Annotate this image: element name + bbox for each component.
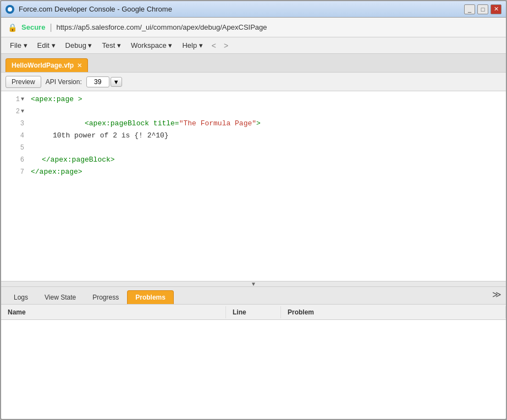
address-bar: 🔒 Secure | https://ap5.salesforce.com/_u… (1, 18, 506, 37)
menu-edit[interactable]: Edit ▾ (33, 39, 60, 52)
editor-toolbar: Preview API Version: 39 ▼ (1, 73, 506, 91)
app-icon (5, 5, 14, 14)
bottom-panel: Logs View State Progress Problems ≫ Name… (1, 287, 506, 419)
code-line-3: 3 (1, 118, 506, 130)
tab-logs[interactable]: Logs (5, 290, 36, 304)
title-bar: Force.com Developer Console - Google Chr… (1, 1, 506, 18)
col-header-line: Line (226, 306, 281, 318)
menu-debug[interactable]: Debug ▾ (61, 39, 97, 52)
close-button[interactable]: ✕ (491, 4, 502, 14)
maximize-button[interactable]: □ (477, 4, 488, 14)
line-num: 6 (20, 154, 24, 166)
line-number-2: 2 ▼ (1, 106, 29, 118)
line-num: 7 (20, 166, 24, 178)
window-title: Force.com Developer Console - Google Chr… (19, 5, 464, 13)
tab-bar: HelloWorldPage.vfp ✕ (1, 54, 506, 73)
nav-forward-button[interactable]: > (221, 40, 232, 51)
line-content-7: </apex:page> (29, 166, 82, 178)
problems-panel: Name Line Problem (1, 305, 506, 419)
line-num: 3 (20, 118, 24, 130)
line-number-1: 1 ▼ (1, 93, 29, 106)
code-editor[interactable]: 1 ▼ <apex:page > 2 ▼ <apex:pageBlock tit… (1, 91, 506, 281)
line-number-7: 7 (1, 166, 29, 178)
minimize-button[interactable]: _ (464, 4, 475, 14)
file-tab-label: HelloWorldPage.vfp (12, 62, 74, 69)
code-line-2: 2 ▼ <apex:pageBlock title="The Formula P… (1, 106, 506, 118)
bottom-tab-bar: Logs View State Progress Problems ≫ (1, 287, 506, 305)
preview-button[interactable]: Preview (5, 76, 41, 88)
line-num: 5 (20, 142, 24, 154)
window-controls: _ □ ✕ (464, 4, 502, 14)
tab-view-state[interactable]: View State (36, 290, 84, 304)
code-line-5: 5 (1, 142, 506, 154)
tab-progress[interactable]: Progress (84, 290, 127, 304)
secure-label: Secure (21, 23, 45, 31)
problems-table-header: Name Line Problem (1, 305, 506, 320)
menu-bar: File ▾ Edit ▾ Debug ▾ Test ▾ Workspace ▾… (1, 37, 506, 54)
menu-help[interactable]: Help ▾ (178, 39, 207, 52)
line-num: 2 (16, 106, 20, 118)
line-content-1: <apex:page > (29, 93, 82, 106)
collapse-arrow-2[interactable]: ▼ (21, 106, 24, 118)
menu-test[interactable]: Test ▾ (98, 39, 125, 52)
col-header-problem: Problem (281, 306, 506, 318)
menu-file[interactable]: File ▾ (5, 39, 32, 52)
tab-problems[interactable]: Problems (127, 290, 174, 304)
api-version-value: 39 (86, 76, 109, 87)
line-content-4: 10th power of 2 is {! 2^10} (29, 130, 169, 142)
api-version-dropdown[interactable]: ▼ (111, 77, 122, 87)
scroll-down-icon: ▼ (251, 281, 256, 287)
col-header-name: Name (1, 306, 226, 318)
api-version-label: API Version: (46, 78, 82, 86)
file-tab-close[interactable]: ✕ (77, 62, 82, 69)
menu-workspace[interactable]: Workspace ▾ (126, 39, 177, 52)
line-number-6: 6 (1, 154, 29, 166)
code-line-6: 6 </apex:pageBlock> (1, 154, 506, 166)
main-window: Force.com Developer Console - Google Chr… (0, 0, 507, 420)
scroll-indicator: ▼ (1, 281, 506, 287)
expand-panel-button[interactable]: ≫ (492, 289, 502, 300)
collapse-arrow-1[interactable]: ▼ (21, 93, 24, 106)
code-lines: 1 ▼ <apex:page > 2 ▼ <apex:pageBlock tit… (1, 91, 506, 180)
nav-back-button[interactable]: < (208, 40, 219, 51)
line-number-5: 5 (1, 142, 29, 154)
url-display[interactable]: https://ap5.salesforce.com/_ui/common/ap… (57, 23, 267, 31)
lock-icon: 🔒 (8, 23, 17, 32)
file-tab-helloworldpage[interactable]: HelloWorldPage.vfp ✕ (5, 58, 88, 72)
code-line-1: 1 ▼ <apex:page > (1, 93, 506, 106)
api-version-selector: 39 ▼ (86, 76, 122, 87)
address-separator: | (49, 23, 52, 32)
line-number-3: 3 (1, 118, 29, 130)
line-num: 4 (20, 130, 24, 142)
line-content-6: </apex:pageBlock> (29, 154, 115, 166)
code-line-4: 4 10th power of 2 is {! 2^10} (1, 130, 506, 142)
line-num: 1 (16, 93, 20, 106)
line-number-4: 4 (1, 130, 29, 142)
code-line-7: 7 </apex:page> (1, 166, 506, 178)
